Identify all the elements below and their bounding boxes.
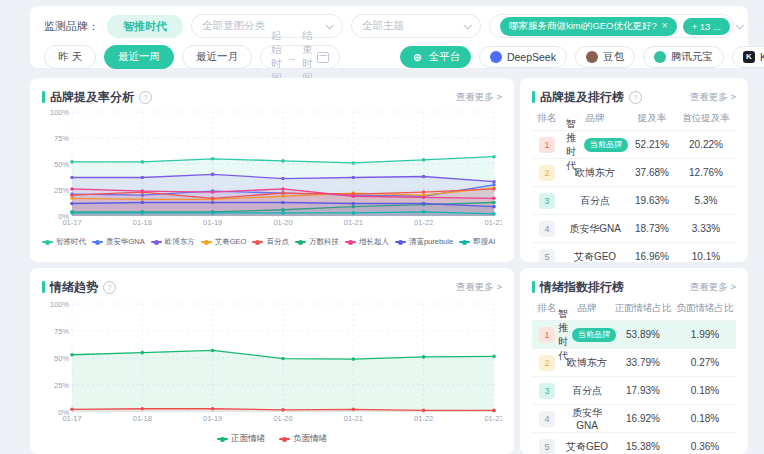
rank-cell: 4 <box>532 221 562 237</box>
svg-text:75%: 75% <box>54 327 69 336</box>
platform-button-0[interactable]: ⊕全平台 <box>400 46 471 68</box>
rank-badge: 3 <box>539 383 555 399</box>
platform-label: Kimi <box>760 51 764 63</box>
monitor-brand-pill[interactable]: 智推时代 <box>107 15 183 38</box>
legend-item[interactable]: 欧博东方 <box>151 237 195 247</box>
legend-item[interactable]: 万数科技 <box>295 237 339 247</box>
rank-cell: 3 <box>532 193 562 209</box>
rank-badge: 2 <box>539 355 555 371</box>
view-more-link[interactable]: 查看更多 > <box>690 91 736 104</box>
sentiment-trend-chart[interactable]: 01-1701-1801-1901-2001-2101-2201-230%25%… <box>42 296 502 428</box>
svg-text:01-23: 01-23 <box>484 218 502 227</box>
legend-item[interactable]: 艾奇GEO <box>201 237 247 247</box>
legend-item[interactable]: 质安华GNA <box>92 237 145 247</box>
intent-category-select[interactable]: 全部意图分类 <box>191 14 343 38</box>
chevron-down-icon <box>463 21 471 29</box>
legend-label: 清蓝purebule <box>409 237 453 247</box>
legend-item[interactable]: 智推时代 <box>42 237 86 247</box>
legend-item[interactable]: 正面情绪 <box>217 433 265 445</box>
calendar-icon <box>317 52 329 63</box>
topic-select[interactable]: 全部主题 <box>351 14 481 38</box>
column-header: 排名 <box>532 112 562 125</box>
question-tags-select[interactable]: 哪家服务商做kimi的GEO优化更好? × + 13 ... <box>489 14 734 38</box>
platform-button-1[interactable]: DeepSeek <box>479 46 567 68</box>
intent-category-placeholder: 全部意图分类 <box>202 19 265 33</box>
doubao-logo-icon <box>586 51 598 63</box>
question-tag[interactable]: 哪家服务商做kimi的GEO优化更好? × <box>500 17 677 36</box>
legend-item[interactable]: 即搜AI <box>459 237 495 247</box>
legend-item[interactable]: 百分点 <box>252 237 289 247</box>
table-row[interactable]: 1智推时代当前品牌53.89%1.99% <box>532 321 736 349</box>
svg-text:01-23: 01-23 <box>484 414 502 423</box>
table-row[interactable]: 5艾奇GEO15.38%0.36% <box>532 433 736 454</box>
legend-label: 万数科技 <box>309 237 339 247</box>
rank-cell: 5 <box>532 249 562 263</box>
platform-label: DeepSeek <box>507 51 556 63</box>
info-icon[interactable]: ? <box>139 91 152 104</box>
panel-sentiment-trend: 情绪趋势 ? 查看更多 > 01-1701-1801-1901-2001-210… <box>30 268 514 454</box>
table-row[interactable]: 5艾奇GEO16.96%10.1% <box>532 243 736 262</box>
brand-name: 百分点 <box>580 194 610 208</box>
quick-date-group: 昨 天最近一周最近一月 <box>44 45 252 69</box>
svg-text:01-22: 01-22 <box>414 218 433 227</box>
view-more-link[interactable]: 查看更多 > <box>456 91 502 104</box>
panel-title: 品牌提及率分析 <box>50 89 134 106</box>
filter-row-top: 监测品牌： 智推时代 全部意图分类 全部主题 哪家服务商做kimi的GEO优化更… <box>44 14 734 38</box>
legend-item[interactable]: 负面情绪 <box>279 433 327 445</box>
legend-marker-icon <box>252 241 263 243</box>
svg-text:01-21: 01-21 <box>344 218 363 227</box>
legend-label: 增长超人 <box>359 237 389 247</box>
chevron-down-icon <box>735 21 743 29</box>
question-tag-label: 哪家服务商做kimi的GEO优化更好? <box>509 20 657 33</box>
panel-title: 品牌提及排行榜 <box>540 89 624 106</box>
value-cell: 19.63% <box>628 195 676 206</box>
quick-date-button-2[interactable]: 最近一月 <box>182 45 252 69</box>
rank-badge: 1 <box>539 327 555 343</box>
mention-rate-chart[interactable]: 01-1701-1801-1901-2001-2101-2201-230%25%… <box>42 106 502 232</box>
svg-text:25%: 25% <box>54 381 69 390</box>
view-more-link[interactable]: 查看更多 > <box>690 281 736 294</box>
title-accent-bar <box>532 281 535 293</box>
brand-cell: 百分点 <box>562 194 628 208</box>
info-icon[interactable]: ? <box>629 91 642 104</box>
brand-name: 智推时代 <box>562 117 580 173</box>
date-start-placeholder: 起始时间 <box>271 29 282 85</box>
value-cell: 0.18% <box>674 385 736 396</box>
legend-item[interactable]: 清蓝purebule <box>395 237 453 247</box>
sentiment-chart-legend: 正面情绪负面情绪 <box>42 433 502 445</box>
brand-name: 艾奇GEO <box>566 440 608 454</box>
date-range-input[interactable]: 起始时间 → 结束时间 <box>260 45 341 69</box>
table-row[interactable]: 3百分点19.63%5.3% <box>532 187 736 215</box>
value-cell: 16.96% <box>628 251 676 262</box>
value-cell: 18.73% <box>628 223 676 234</box>
brand-name: 质安华GNA <box>569 222 621 236</box>
platform-button-3[interactable]: 腾讯元宝 <box>643 46 724 68</box>
svg-text:100%: 100% <box>50 108 70 117</box>
quick-date-button-1[interactable]: 最近一周 <box>104 45 174 69</box>
more-tags-badge[interactable]: + 13 ... <box>683 18 730 35</box>
info-icon[interactable]: ? <box>103 281 116 294</box>
legend-marker-icon <box>459 241 470 243</box>
table-row[interactable]: 3百分点17.93%0.18% <box>532 377 736 405</box>
svg-text:25%: 25% <box>54 186 69 195</box>
brand-cell: 欧博东方 <box>562 166 628 180</box>
quick-date-button-0[interactable]: 昨 天 <box>44 45 96 69</box>
platform-button-4[interactable]: KKimi <box>732 46 764 68</box>
legend-item[interactable]: 增长超人 <box>345 237 389 247</box>
brand-name: 百分点 <box>572 384 602 398</box>
svg-text:0%: 0% <box>58 212 69 221</box>
table-row[interactable]: 4质安华GNA16.92%0.18% <box>532 405 736 433</box>
value-cell: 0.36% <box>674 441 736 452</box>
tag-close-icon[interactable]: × <box>662 21 668 31</box>
platform-label: 全平台 <box>428 50 460 64</box>
platform-button-2[interactable]: 豆包 <box>575 46 635 68</box>
legend-marker-icon <box>92 241 103 243</box>
legend-label: 质安华GNA <box>106 237 145 247</box>
brand-cell: 质安华GNA <box>562 406 612 431</box>
panel-title: 情绪趋势 <box>50 279 98 296</box>
table-row[interactable]: 1智推时代当前品牌52.21%20.22% <box>532 131 736 159</box>
legend-marker-icon <box>295 241 306 243</box>
table-row[interactable]: 4质安华GNA18.73%3.33% <box>532 215 736 243</box>
value-cell: 10.1% <box>676 251 736 262</box>
view-more-link[interactable]: 查看更多 > <box>456 281 502 294</box>
